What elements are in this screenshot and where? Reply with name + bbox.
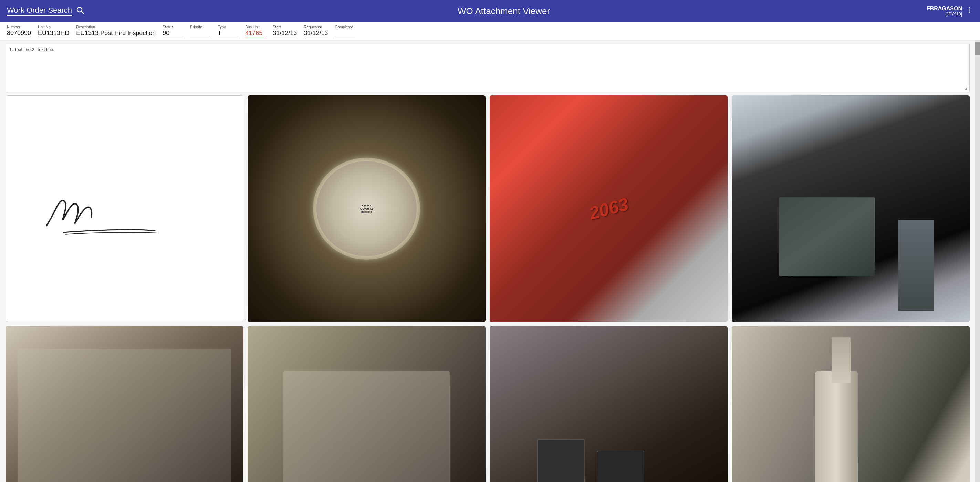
- wo-info-bar: Number 8070990 Unit No EU1313HD Descript…: [0, 22, 980, 40]
- image-machinery[interactable]: [248, 326, 485, 482]
- wo-field-start: Start 31/12/13: [273, 25, 297, 38]
- main-title: WO Attachment Viewer: [458, 6, 550, 16]
- start-label: Start: [273, 25, 297, 29]
- type-label: Type: [218, 25, 238, 29]
- header-center: WO Attachment Viewer: [103, 6, 904, 16]
- number-label: Number: [7, 25, 31, 29]
- unit-value: EU1313HD: [38, 30, 69, 38]
- wo-field-status: Status 90: [162, 25, 183, 38]
- desc-value: EU1313 Post Hire Inspection: [76, 30, 156, 38]
- menu-icon[interactable]: [966, 6, 973, 16]
- userid: [JPY910]: [927, 12, 962, 16]
- image-engine[interactable]: [5, 326, 243, 482]
- svg-point-2: [969, 7, 970, 9]
- wo-field-number: Number 8070990: [7, 25, 31, 38]
- image-red-part[interactable]: 2063: [490, 95, 728, 322]
- wo-field-priority: Priority: [190, 25, 211, 38]
- scrollbar-track[interactable]: [975, 40, 980, 482]
- wo-field-requested: Requested 31/12/13: [304, 25, 328, 38]
- priority-value: [190, 30, 211, 38]
- busunit-label: Bus Unit: [245, 25, 266, 29]
- image-hydraulic[interactable]: [732, 326, 970, 482]
- number-value: 8070990: [7, 30, 31, 38]
- header-right: FBRAGASON [JPY910]: [904, 5, 973, 16]
- app-header: Work Order Search WO Attachment Viewer F…: [0, 0, 980, 22]
- app-name: Work Order Search: [7, 6, 72, 16]
- status-label: Status: [162, 25, 183, 29]
- completed-label: Completed: [335, 25, 355, 29]
- username: FBRAGASON: [927, 5, 962, 12]
- main-content: 1. Text line.2. Text line. ◢: [0, 40, 980, 482]
- unit-label: Unit No: [38, 25, 69, 29]
- priority-label: Priority: [190, 25, 211, 29]
- scrollbar-thumb[interactable]: [975, 42, 980, 56]
- content-area[interactable]: 1. Text line.2. Text line. ◢: [0, 40, 975, 482]
- image-canopy[interactable]: [732, 95, 970, 322]
- svg-point-0: [77, 7, 82, 12]
- notes-area: 1. Text line.2. Text line. ◢: [5, 44, 970, 92]
- desc-label: Description: [76, 25, 156, 29]
- image-gauge[interactable]: PHILIPS QUARTZ ⬛ HOURS: [248, 95, 485, 322]
- busunit-value: 41765: [245, 30, 266, 38]
- type-value: T: [218, 30, 238, 38]
- resize-handle[interactable]: ◢: [964, 87, 969, 91]
- requested-value: 31/12/13: [304, 30, 328, 38]
- requested-label: Requested: [304, 25, 328, 29]
- svg-point-4: [969, 12, 970, 13]
- wo-field-desc: Description EU1313 Post Hire Inspection: [76, 25, 156, 38]
- wo-field-busunit: Bus Unit 41765: [245, 25, 266, 38]
- header-left: Work Order Search: [7, 6, 103, 16]
- status-value: 90: [162, 30, 183, 38]
- svg-point-3: [969, 9, 970, 11]
- image-signature[interactable]: [5, 95, 243, 322]
- svg-rect-5: [6, 137, 243, 280]
- search-icon[interactable]: [76, 6, 84, 16]
- wo-field-unit: Unit No EU1313HD: [38, 25, 69, 38]
- image-grid: PHILIPS QUARTZ ⬛ HOURS 2063: [5, 95, 970, 482]
- wo-field-completed: Completed: [335, 25, 355, 38]
- start-value: 31/12/13: [273, 30, 297, 38]
- user-info: FBRAGASON [JPY910]: [927, 5, 962, 16]
- notes-text: 1. Text line.2. Text line.: [9, 47, 54, 52]
- wo-field-type: Type T: [218, 25, 238, 38]
- image-pedals[interactable]: [490, 326, 728, 482]
- svg-line-1: [82, 11, 84, 14]
- completed-value: [335, 30, 355, 38]
